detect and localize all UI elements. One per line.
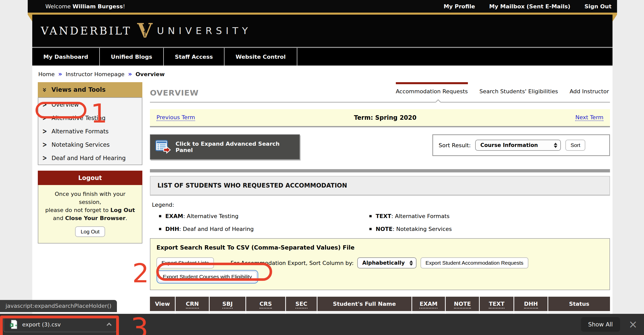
col-crs-sort[interactable]: CRS — [260, 301, 272, 309]
col-view: View — [155, 301, 170, 307]
user-name: William Burgess — [73, 3, 123, 10]
export-sort-value: Alphabetically — [362, 260, 405, 266]
section-divider — [150, 169, 610, 172]
my-mailbox-link[interactable]: My Mailbox (Sent E-Mails) — [489, 3, 570, 10]
tab-accommodation-requests[interactable]: Accommodation Requests — [396, 82, 468, 95]
previous-term-link[interactable]: Previous Term — [156, 114, 195, 121]
next-term-link[interactable]: Next Term — [575, 114, 603, 121]
sort-result-label: Sort Result: — [439, 142, 471, 148]
layout-columns: » Views and Tools > Overview > Alternati… — [32, 82, 613, 335]
col-exam-sort[interactable]: EXAM — [420, 301, 437, 309]
tab-bar: Accommodation Requests Search Students' … — [396, 82, 609, 95]
gold-ribbon-end-right — [613, 15, 617, 21]
logout-header: Logout — [38, 171, 142, 185]
export-sort-select[interactable]: Alphabetically — [357, 257, 416, 268]
page-title: OVERVIEW — [150, 82, 199, 97]
header-divider — [150, 102, 610, 103]
select-arrows-icon — [409, 260, 413, 266]
nav-my-dashboard[interactable]: My Dashboard — [32, 48, 100, 66]
nav-staff-access[interactable]: Staff Access — [164, 48, 224, 66]
col-student-name: Student's Full Name — [333, 301, 396, 307]
main-panel: OVERVIEW Accommodation Requests Search S… — [150, 82, 610, 326]
sidebar-item-label: Overview — [51, 101, 79, 108]
svg-text:a,: a, — [15, 324, 17, 327]
breadcrumb-home[interactable]: Home — [38, 71, 55, 77]
sidebar-item-notetaking-services[interactable]: > Notetaking Services — [38, 138, 142, 151]
square-bullet-icon — [369, 228, 372, 230]
main-nav: My Dashboard Unified Blogs Staff Access … — [32, 48, 613, 66]
export-courses-row: Export Student Courses with Eligibility — [156, 271, 603, 282]
select-arrows-icon — [554, 143, 557, 148]
square-bullet-icon — [369, 215, 372, 217]
page-root: Welcome William Burgess! My Profile My M… — [0, 0, 644, 335]
sort-result-panel: Sort Result: Course Information Sort — [432, 134, 610, 156]
export-controls-row: Export Student Lists For Accommodation E… — [156, 257, 603, 268]
search-sort-row: Click to Expand Advanced Search Panel So… — [150, 134, 610, 160]
sign-out-link[interactable]: Sign Out — [585, 3, 611, 10]
square-bullet-icon — [159, 215, 161, 217]
sidebar-item-overview[interactable]: > Overview — [38, 98, 142, 111]
breadcrumb-instructor-homepage[interactable]: Instructor Homepage — [66, 71, 124, 77]
nav-website-control[interactable]: Website Control — [224, 48, 297, 66]
show-all-button[interactable]: Show All — [581, 317, 620, 332]
export-title: Export Search Result To CSV (Comma-Separ… — [156, 244, 603, 251]
page-content: VANDERBILT V UNIVERSITY My Dashboard Uni… — [32, 15, 613, 335]
list-of-students-header: LIST OF STUDENTS WHO REQUESTED ACCOMMODA… — [150, 176, 610, 195]
col-sbj-sort[interactable]: SBJ — [222, 301, 233, 309]
tab-search-students-eligibilities[interactable]: Search Students' Eligibilities — [479, 82, 558, 95]
export-student-courses-button[interactable]: Export Student Courses with Eligibility — [158, 271, 257, 282]
sidebar-item-label: Alternative Formats — [51, 128, 109, 135]
col-crn-sort[interactable]: CRN — [186, 301, 199, 309]
sort-button[interactable]: Sort — [565, 140, 585, 151]
logout-panel: Logout Once you finish with your session… — [38, 171, 142, 243]
table-header-row: View CRN SBJ CRS SEC Student's Full Name… — [150, 297, 610, 311]
status-bar-url: javascript:expandSearchPlaceHolder() — [0, 300, 117, 312]
legend-item-exam: EXAM: Alternative Testing — [159, 213, 369, 219]
current-term-label: Term: Spring 2020 — [195, 114, 575, 121]
breadcrumb-separator-icon: » — [128, 71, 132, 78]
wordmark-university: UNIVERSITY — [157, 25, 252, 36]
expand-advanced-search-button[interactable]: Click to Expand Advanced Search Panel — [150, 134, 300, 160]
excel-file-icon: X a, — [10, 320, 17, 329]
col-note-sort[interactable]: NOTE — [454, 301, 471, 309]
advanced-search-icon — [155, 139, 171, 155]
log-out-button[interactable]: Log Out — [75, 226, 105, 237]
sidebar-menu: > Overview > Alternative Testing > Alter… — [38, 97, 142, 165]
legend-grid: EXAM: Alternative Testing TEXT: Alternat… — [159, 213, 610, 232]
chevron-right-icon: > — [42, 114, 47, 122]
sidebar-item-alternative-formats[interactable]: > Alternative Formats — [38, 125, 142, 138]
legend: Legend: EXAM: Alternative Testing TEXT: … — [152, 202, 610, 232]
col-sec-sort[interactable]: SEC — [296, 301, 307, 309]
views-and-tools-header[interactable]: » Views and Tools — [38, 82, 142, 97]
export-accommodation-requests-button[interactable]: Export Student Accommodation Requests — [421, 257, 529, 268]
nav-unified-blogs[interactable]: Unified Blogs — [100, 48, 164, 66]
export-student-lists-button[interactable]: Export Student Lists — [156, 257, 214, 268]
logout-body: Once you finish with your session, pleas… — [38, 185, 142, 243]
university-banner: VANDERBILT V UNIVERSITY — [32, 15, 613, 47]
square-bullet-icon — [159, 228, 161, 230]
sidebar-item-deaf-hard-of-hearing[interactable]: > Deaf and Hard of Hearing — [38, 151, 142, 165]
download-chip[interactable]: X a, export (3).csv — [4, 317, 117, 332]
expand-advanced-search-label: Click to Expand Advanced Search Panel — [176, 141, 295, 153]
gold-ribbon — [28, 13, 617, 15]
gold-ribbon-end-left — [28, 15, 32, 21]
sidebar-item-label: Deaf and Hard of Hearing — [51, 155, 125, 161]
col-dhh-sort[interactable]: DHH — [524, 301, 538, 309]
term-bar: Previous Term Term: Spring 2020 Next Ter… — [150, 109, 610, 127]
col-status: Status — [569, 301, 589, 307]
active-tab-caret — [435, 99, 441, 105]
col-text-sort[interactable]: TEXT — [489, 301, 504, 309]
tab-add-instructor[interactable]: Add Instructor — [570, 82, 609, 95]
svg-text:X: X — [11, 324, 13, 327]
wordmark-vanderbilt: VANDERBILT — [41, 25, 132, 37]
main-header: OVERVIEW Accommodation Requests Search S… — [150, 82, 610, 97]
chevron-right-icon: > — [42, 141, 47, 148]
close-icon[interactable]: × — [629, 319, 637, 330]
sidebar-item-alternative-testing[interactable]: > Alternative Testing — [38, 111, 142, 125]
sort-result-select[interactable]: Course Information — [475, 140, 561, 151]
my-profile-link[interactable]: My Profile — [444, 3, 475, 10]
site-frame: Welcome William Burgess! My Profile My M… — [28, 0, 617, 335]
chevron-up-icon[interactable] — [107, 323, 112, 328]
legend-label: Legend: — [152, 202, 610, 208]
sidebar-item-label: Alternative Testing — [51, 115, 105, 121]
